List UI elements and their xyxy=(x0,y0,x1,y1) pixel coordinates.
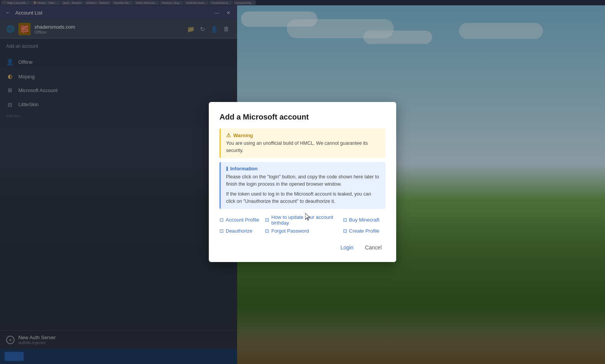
account-profile-icon: ⊡ xyxy=(220,217,224,223)
info-alert: ℹ Information Please click on the "login… xyxy=(220,162,385,209)
account-profile-label: Account Profile xyxy=(226,217,259,223)
forgot-password-icon: ⊡ xyxy=(265,228,269,234)
deauthorize-icon: ⊡ xyxy=(220,228,224,234)
create-profile-icon: ⊡ xyxy=(343,228,347,234)
modal-dialog: Add a Microsoft account ⚠ Warning You ar… xyxy=(209,102,396,262)
info-icon: ℹ xyxy=(226,166,228,172)
account-profile-link[interactable]: ⊡ Account Profile xyxy=(220,214,265,226)
birthday-icon: ⊡ xyxy=(265,217,269,223)
warning-alert: ⚠ Warning You are using an unofficial bu… xyxy=(220,128,385,158)
info-title: Information xyxy=(230,166,258,171)
info-header: ℹ Information xyxy=(226,166,380,172)
forgot-password-label: Forgot Password xyxy=(271,228,309,234)
birthday-label: How to update your account birthday xyxy=(271,214,337,226)
create-profile-label: Create Profile xyxy=(349,228,379,234)
info-paragraph-2: If the token used to log in to the Micro… xyxy=(226,191,380,205)
buy-minecraft-icon: ⊡ xyxy=(343,217,347,223)
warning-icon: ⚠ xyxy=(226,132,231,138)
modal-links: ⊡ Account Profile ⊡ How to update your a… xyxy=(220,214,385,234)
deauthorize-label: Deauthorize xyxy=(226,228,252,234)
buy-minecraft-link[interactable]: ⊡ Buy Minecraft xyxy=(343,214,385,226)
create-profile-link[interactable]: ⊡ Create Profile xyxy=(343,228,385,234)
info-paragraph-1: Please click on the "login" button, and … xyxy=(226,173,380,188)
birthday-link[interactable]: ⊡ How to update your account birthday xyxy=(265,214,343,226)
login-button[interactable]: Login xyxy=(337,242,357,253)
info-body: Please click on the "login" button, and … xyxy=(226,173,380,205)
warning-title: Warning xyxy=(233,133,253,138)
modal-title: Add a Microsoft account xyxy=(220,113,385,121)
warning-body: You are using an unofficial build of HMC… xyxy=(226,140,380,154)
warning-header: ⚠ Warning xyxy=(226,132,380,138)
buy-minecraft-label: Buy Minecraft xyxy=(349,217,379,223)
forgot-password-link[interactable]: ⊡ Forgot Password xyxy=(265,228,343,234)
modal-actions: Login Cancel xyxy=(220,242,385,253)
deauthorize-link[interactable]: ⊡ Deauthorize xyxy=(220,228,265,234)
cancel-button[interactable]: Cancel xyxy=(361,242,385,253)
modal-overlay: Add a Microsoft account ⚠ Warning You ar… xyxy=(0,0,605,364)
